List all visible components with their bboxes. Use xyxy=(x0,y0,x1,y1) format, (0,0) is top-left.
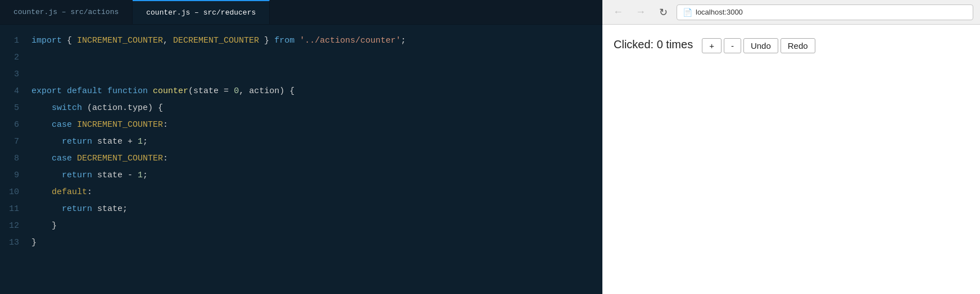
counter-text: Clicked: 0 times xyxy=(614,38,693,51)
tab-bar: counter.js – src/actions counter.js – sr… xyxy=(0,0,602,25)
browser-toolbar: ← → ↻ 📄 localhost:3000 xyxy=(602,0,980,25)
code-line-11: return state; xyxy=(31,201,602,218)
page-icon: 📄 xyxy=(683,8,692,17)
code-content[interactable]: import { INCREMENT_COUNTER, DECREMENT_CO… xyxy=(29,25,602,294)
line-numbers: 1 2 3 4 5 6 7 8 9 10 11 12 13 xyxy=(0,25,29,294)
code-line-13: } xyxy=(31,235,602,251)
code-line-8: case DECREMENT_COUNTER: xyxy=(31,150,602,167)
back-icon: ← xyxy=(613,6,623,18)
address-bar[interactable]: 📄 localhost:3000 xyxy=(677,4,973,20)
reload-icon: ↻ xyxy=(659,6,668,19)
increment-button[interactable]: + xyxy=(702,38,722,53)
editor-pane: counter.js – src/actions counter.js – sr… xyxy=(0,0,602,294)
code-line-6: case INCREMENT_COUNTER: xyxy=(31,117,602,134)
code-line-10: default: xyxy=(31,184,602,201)
forward-icon: → xyxy=(636,6,646,18)
browser-pane: ← → ↻ 📄 localhost:3000 Clicked: 0 times … xyxy=(602,0,980,294)
redo-button[interactable]: Redo xyxy=(781,38,815,53)
code-line-7: return state + 1; xyxy=(31,134,602,150)
tab-active-label: counter.js – src/reducers xyxy=(146,8,256,17)
browser-content: Clicked: 0 times + - Undo Redo xyxy=(602,25,980,294)
decrement-button[interactable]: - xyxy=(724,38,741,53)
code-area: 1 2 3 4 5 6 7 8 9 10 11 12 13 import { I… xyxy=(0,25,602,294)
url-text: localhost:3000 xyxy=(696,8,743,16)
reload-button[interactable]: ↻ xyxy=(654,4,672,20)
code-line-1: import { INCREMENT_COUNTER, DECREMENT_CO… xyxy=(31,33,602,49)
counter-buttons: + - Undo Redo xyxy=(702,38,815,53)
tab-actions[interactable]: counter.js – src/actions xyxy=(0,0,133,24)
code-line-5: switch (action.type) { xyxy=(31,100,602,117)
code-line-2 xyxy=(31,49,602,66)
code-line-9: return state - 1; xyxy=(31,167,602,184)
code-line-3 xyxy=(31,66,602,83)
code-line-4: export default function counter(state = … xyxy=(31,83,602,100)
code-line-12: } xyxy=(31,218,602,235)
back-button[interactable]: ← xyxy=(609,4,627,20)
forward-button[interactable]: → xyxy=(632,4,650,20)
undo-button[interactable]: Undo xyxy=(743,38,778,53)
tab-reducers[interactable]: counter.js – src/reducers xyxy=(133,0,270,24)
tab-inactive-label: counter.js – src/actions xyxy=(13,8,119,16)
